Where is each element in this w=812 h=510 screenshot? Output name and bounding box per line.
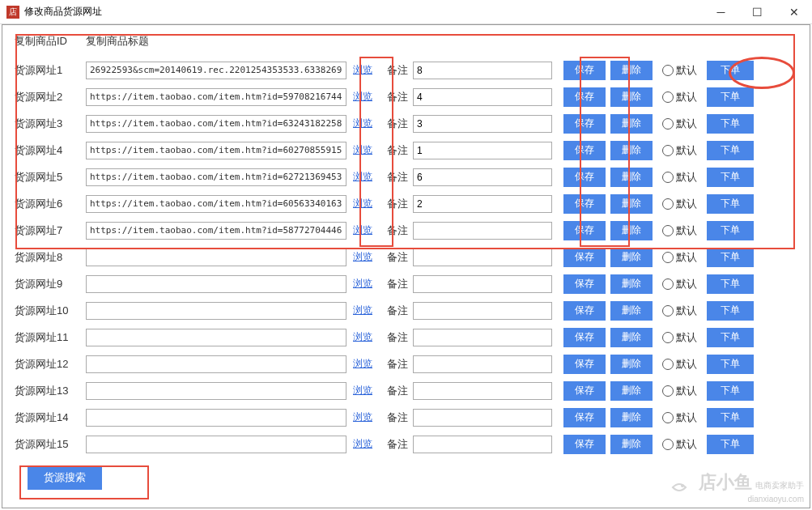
delete-button[interactable]: 删除	[610, 435, 653, 454]
delete-button[interactable]: 删除	[610, 168, 653, 187]
browse-link[interactable]: 浏览	[353, 63, 372, 77]
order-button[interactable]: 下单	[707, 114, 754, 134]
delete-button[interactable]: 删除	[610, 301, 653, 321]
url-input[interactable]	[86, 275, 346, 293]
url-input[interactable]	[86, 142, 346, 159]
default-radio[interactable]	[662, 198, 674, 210]
order-button[interactable]: 下单	[707, 274, 754, 294]
remark-input[interactable]	[413, 142, 552, 159]
default-radio[interactable]	[662, 278, 674, 290]
remark-input[interactable]	[413, 249, 552, 266]
default-radio[interactable]	[662, 65, 674, 76]
delete-button[interactable]: 删除	[610, 408, 653, 427]
remark-input[interactable]	[413, 329, 552, 346]
default-radio[interactable]	[662, 91, 674, 103]
default-radio[interactable]	[662, 412, 674, 423]
order-button[interactable]: 下单	[707, 328, 754, 347]
remark-input[interactable]	[413, 302, 552, 320]
browse-link[interactable]: 浏览	[353, 250, 372, 264]
url-input[interactable]	[86, 249, 346, 266]
remark-input[interactable]	[413, 222, 552, 240]
delete-button[interactable]: 删除	[610, 114, 653, 134]
save-button[interactable]: 保存	[563, 355, 606, 374]
order-button[interactable]: 下单	[707, 301, 754, 321]
minimize-button[interactable]: ─	[703, 0, 739, 24]
browse-link[interactable]: 浏览	[353, 330, 372, 344]
remark-input[interactable]	[413, 355, 552, 373]
save-button[interactable]: 保存	[563, 87, 606, 107]
order-button[interactable]: 下单	[707, 248, 754, 267]
browse-link[interactable]: 浏览	[353, 277, 372, 291]
delete-button[interactable]: 删除	[610, 328, 653, 347]
browse-link[interactable]: 浏览	[353, 437, 372, 451]
order-button[interactable]: 下单	[707, 61, 754, 80]
order-button[interactable]: 下单	[707, 141, 754, 160]
delete-button[interactable]: 删除	[610, 141, 653, 160]
remark-input[interactable]	[413, 195, 552, 213]
remark-input[interactable]	[413, 409, 552, 427]
save-button[interactable]: 保存	[563, 141, 606, 160]
delete-button[interactable]: 删除	[610, 381, 653, 401]
delete-button[interactable]: 删除	[610, 61, 653, 80]
browse-link[interactable]: 浏览	[353, 304, 372, 317]
save-button[interactable]: 保存	[563, 194, 606, 214]
remark-input[interactable]	[413, 382, 552, 400]
order-button[interactable]: 下单	[707, 221, 754, 240]
browse-link[interactable]: 浏览	[353, 170, 372, 184]
save-button[interactable]: 保存	[563, 168, 606, 187]
browse-link[interactable]: 浏览	[353, 197, 372, 210]
browse-link[interactable]: 浏览	[353, 357, 372, 371]
url-input[interactable]	[86, 168, 346, 186]
url-input[interactable]	[86, 88, 346, 106]
url-input[interactable]	[86, 382, 346, 400]
url-input[interactable]	[86, 436, 346, 453]
browse-link[interactable]: 浏览	[353, 384, 372, 397]
default-radio[interactable]	[662, 172, 674, 183]
save-button[interactable]: 保存	[563, 328, 606, 347]
save-button[interactable]: 保存	[563, 408, 606, 427]
browse-link[interactable]: 浏览	[353, 143, 372, 157]
order-button[interactable]: 下单	[707, 355, 754, 374]
save-button[interactable]: 保存	[563, 381, 606, 401]
close-button[interactable]: ✕	[776, 0, 812, 24]
url-input[interactable]	[86, 409, 346, 427]
maximize-button[interactable]: ☐	[739, 0, 776, 24]
remark-input[interactable]	[413, 275, 552, 293]
remark-input[interactable]	[413, 62, 552, 79]
delete-button[interactable]: 删除	[610, 194, 653, 214]
save-button[interactable]: 保存	[563, 274, 606, 294]
delete-button[interactable]: 删除	[610, 221, 653, 240]
save-button[interactable]: 保存	[563, 221, 606, 240]
default-radio[interactable]	[662, 332, 674, 343]
order-button[interactable]: 下单	[707, 408, 754, 427]
order-button[interactable]: 下单	[707, 194, 754, 214]
delete-button[interactable]: 删除	[610, 274, 653, 294]
remark-input[interactable]	[413, 115, 552, 133]
url-input[interactable]	[86, 355, 346, 373]
browse-link[interactable]: 浏览	[353, 223, 372, 237]
order-button[interactable]: 下单	[707, 435, 754, 454]
url-input[interactable]	[86, 195, 346, 213]
browse-link[interactable]: 浏览	[353, 117, 372, 130]
save-button[interactable]: 保存	[563, 435, 606, 454]
save-button[interactable]: 保存	[563, 301, 606, 321]
default-radio[interactable]	[662, 359, 674, 370]
url-input[interactable]	[86, 115, 346, 133]
default-radio[interactable]	[662, 145, 674, 156]
save-button[interactable]: 保存	[563, 114, 606, 134]
default-radio[interactable]	[662, 118, 674, 130]
save-button[interactable]: 保存	[563, 61, 606, 80]
save-button[interactable]: 保存	[563, 248, 606, 267]
default-radio[interactable]	[662, 252, 674, 263]
default-radio[interactable]	[662, 305, 674, 317]
url-input[interactable]	[86, 62, 346, 79]
default-radio[interactable]	[662, 225, 674, 236]
order-button[interactable]: 下单	[707, 87, 754, 107]
browse-link[interactable]: 浏览	[353, 90, 372, 104]
delete-button[interactable]: 删除	[610, 355, 653, 374]
delete-button[interactable]: 删除	[610, 248, 653, 267]
source-search-button[interactable]: 货源搜索	[28, 465, 102, 490]
url-input[interactable]	[86, 329, 346, 346]
browse-link[interactable]: 浏览	[353, 410, 372, 424]
remark-input[interactable]	[413, 88, 552, 106]
